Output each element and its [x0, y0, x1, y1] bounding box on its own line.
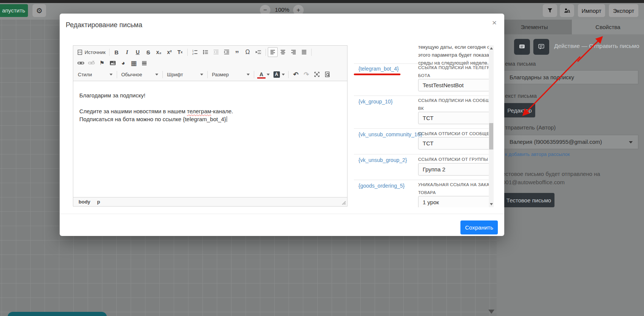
message-comment-button[interactable] — [533, 39, 549, 55]
page-break-button[interactable] — [253, 47, 264, 57]
subject-input[interactable]: Благодарны за подписку — [499, 70, 638, 84]
align-justify-button[interactable] — [299, 47, 309, 57]
preview-icon — [324, 71, 330, 77]
chevron-down-icon — [247, 74, 250, 76]
toolbar-separator — [254, 71, 254, 78]
variable-value-input[interactable]: 1 урок — [418, 196, 489, 207]
format-dropdown[interactable]: Обычное — [119, 70, 161, 79]
message-type-button[interactable] — [514, 39, 530, 55]
horizontal-rule-icon — [141, 60, 147, 66]
text-run: -канале. — [211, 108, 233, 114]
text-color-a: A — [259, 71, 263, 77]
modal-footer-divider — [60, 214, 504, 214]
resize-grip-icon[interactable] — [341, 200, 346, 205]
align-left-button[interactable] — [268, 47, 278, 57]
edit-letter-modal: Редактирование письма × Источник B I — [60, 14, 504, 236]
settings-button[interactable]: ⚙ — [32, 4, 46, 17]
styles-label: Стили — [78, 72, 92, 77]
add-author-link[interactable]: к добавить автора рассылок — [505, 151, 570, 157]
redo-button[interactable]: ↷ — [301, 69, 312, 79]
image-button[interactable] — [107, 58, 118, 68]
superscript-button[interactable]: x² — [164, 47, 175, 57]
subscript-button[interactable]: x₂ — [154, 47, 164, 57]
app-screen: апустить ⚙ − 100% + Импорт Экспорт Элеме… — [0, 0, 644, 316]
maximize-button[interactable] — [312, 69, 322, 79]
variable-token[interactable]: {telegram_bot_4} — [358, 66, 399, 72]
horizontal-rule-button[interactable] — [139, 58, 150, 68]
strikethrough-button[interactable]: S — [143, 47, 154, 57]
svg-text:1: 1 — [192, 49, 194, 52]
tab-properties[interactable]: Свойства — [572, 20, 644, 34]
link-button[interactable] — [76, 58, 86, 68]
scrollbar-thumb[interactable] — [489, 123, 493, 150]
action-title: Действие — Отправить письмо — [554, 43, 641, 49]
bg-color-button[interactable]: A — [271, 69, 282, 79]
numbered-list-icon: 12 — [192, 49, 198, 55]
size-label: Размер — [212, 72, 229, 77]
sender-label: тправитель (Автор) — [505, 124, 556, 131]
variable-value-input[interactable]: TestTestNestBot — [418, 79, 489, 91]
tab-elements[interactable]: Элементы — [497, 20, 572, 34]
variable-token[interactable]: {vk_unsub_group_2} — [358, 157, 407, 163]
image-icon — [110, 60, 116, 66]
import-button[interactable]: Импорт — [578, 4, 605, 17]
variable-value-input[interactable]: ТСТ — [418, 137, 489, 150]
person-search-icon — [564, 8, 570, 14]
variable-description: ВК — [418, 106, 424, 111]
align-center-button[interactable] — [278, 47, 288, 57]
filter-button[interactable] — [543, 4, 557, 17]
variable-token[interactable]: {goods_ordering_5} — [358, 183, 405, 189]
variable-value-input[interactable]: Группа 2 — [418, 163, 489, 176]
numbered-list-button[interactable]: 12 — [190, 47, 200, 57]
styles-dropdown[interactable]: Стили — [76, 70, 115, 79]
indent-button[interactable] — [221, 47, 232, 57]
italic-button[interactable]: I — [122, 47, 133, 57]
canvas-scroll-down-icon[interactable] — [488, 310, 494, 314]
send-test-button[interactable]: Тестовое письмо — [499, 193, 554, 207]
find-contact-button[interactable] — [560, 4, 574, 17]
sender-value: Валерия (l9006359955@gmail.com) — [510, 139, 602, 145]
font-dropdown[interactable]: Шрифт — [165, 70, 205, 79]
sender-select[interactable]: Валерия (l9006359955@gmail.com) — [499, 135, 638, 149]
blockquote-button[interactable]: ” — [232, 46, 242, 59]
funnel-node[interactable] — [8, 312, 107, 316]
bold-button[interactable]: B — [111, 47, 122, 57]
align-right-button[interactable] — [288, 47, 299, 57]
variable-token[interactable]: {vk_unsub_community_10} — [358, 131, 422, 137]
export-button[interactable]: Экспорт — [609, 4, 638, 17]
bulleted-list-icon — [202, 49, 208, 55]
save-button[interactable]: Сохранить — [460, 220, 498, 234]
remove-format-button[interactable]: Tx — [175, 47, 185, 57]
preview-button[interactable] — [322, 69, 333, 79]
gear-icon: ⚙ — [36, 6, 42, 15]
anchor-button[interactable]: ⚑ — [97, 58, 107, 68]
close-icon[interactable]: × — [490, 18, 499, 27]
editor-content[interactable]: Благодарим за подписку! Следите за нашим… — [73, 81, 347, 197]
underline-button[interactable]: U — [133, 47, 143, 57]
undo-button[interactable]: ↶ — [290, 69, 301, 79]
scroll-down-icon[interactable] — [490, 203, 493, 205]
variables-scrollbar[interactable] — [489, 45, 494, 207]
test-note-line2: 001@autoweboffice.com — [502, 179, 565, 185]
variable-value-input[interactable]: ТСТ — [418, 112, 489, 124]
outdent-button[interactable] — [211, 47, 221, 57]
source-button[interactable]: Источник — [76, 47, 107, 57]
editor-paragraph: Благодарим за подписку! — [73, 91, 347, 99]
source-label: Источник — [85, 49, 106, 55]
text-color-button[interactable]: A — [256, 69, 267, 79]
maximize-icon — [314, 71, 320, 77]
size-dropdown[interactable]: Размер — [210, 70, 252, 79]
chevron-down-icon — [200, 74, 203, 76]
toolbar-separator — [311, 49, 312, 56]
bulleted-list-button[interactable] — [200, 47, 211, 57]
variable-token[interactable]: {vk_group_10} — [358, 99, 392, 105]
scroll-up-icon[interactable] — [490, 47, 493, 49]
smiley-button[interactable]: ◕ — [118, 58, 128, 68]
table-button[interactable]: ▦ — [128, 58, 139, 68]
path-p[interactable]: p — [97, 199, 100, 205]
run-button[interactable]: апустить — [0, 4, 28, 17]
special-char-button[interactable]: Ω — [242, 47, 253, 57]
toolbar-separator — [162, 71, 163, 78]
unlink-button[interactable] — [86, 58, 97, 68]
path-body[interactable]: body — [79, 199, 90, 205]
